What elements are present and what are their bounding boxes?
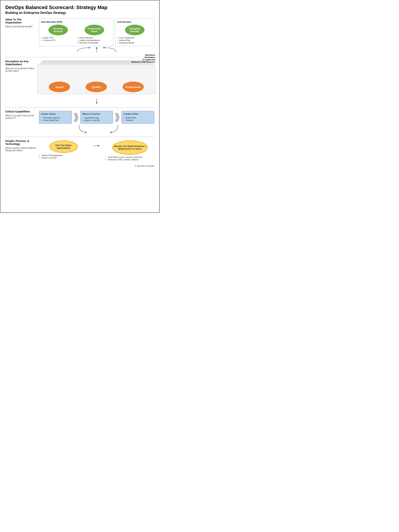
apps-list: System Of Engagement System of record: [39, 154, 88, 159]
section-ppt-label: People, Process, & Technology Where to f…: [5, 139, 39, 152]
main-title: DevOps Balanced Scorecard: Strategy Map: [5, 5, 154, 10]
divider-3: [5, 137, 154, 137]
soft-benefits-title: Soft Benefits: [117, 21, 152, 23]
cap-box-invest: Where To Invest Capabilities Gap Approx.…: [80, 111, 113, 124]
svg-marker-0: [74, 113, 79, 122]
arrow-3-to-4: [5, 124, 154, 134]
hard-benefits-box: Hard Benefits (ROI) Revenue Increase Fas…: [39, 19, 113, 46]
cap-plan-item-1: Rollout Plan: [123, 117, 152, 119]
cap-invest-title: Where To Invest: [82, 113, 111, 115]
cap-vision-list: Set Goals (metrics) Future State Flow: [41, 117, 70, 121]
intangible-col: Intangible Benefits Cust. Satisfaction R…: [117, 25, 152, 44]
chevron-1: [74, 111, 79, 124]
copyright: © Mustafa Kapadia: [5, 165, 154, 167]
intangible-item-3: Employee Morale: [117, 42, 152, 44]
section-value-label: Value To The Organization What is the fi…: [5, 18, 39, 28]
intangible-item-1: Cust. Satisfaction: [117, 37, 152, 39]
cap-invest-list: Capabilities Gap Approx. Invest $$: [82, 117, 111, 121]
apps-oval: Pick The Right Applications: [49, 140, 78, 153]
intangible-oval: Intangible Benefits: [125, 25, 145, 35]
layer-labels: Operations Developers IT Leadership Busi…: [132, 54, 155, 63]
capabilities-row: Create Vision Set Goals (metrics) Future…: [39, 111, 154, 124]
cap-plan-title: Create A Plan: [123, 113, 152, 115]
productivity-item-1: Asset Utilization: [77, 37, 112, 39]
cap-plan-item-2: Timeline: [123, 119, 152, 121]
revenue-item-1: Faster TTM: [41, 37, 75, 39]
apps-item-2: System of record: [39, 157, 88, 159]
revenue-oval: Revenue Increase: [48, 25, 68, 35]
section-stakeholders-question: Who are our customers? What do they valu…: [5, 67, 37, 72]
cap-vision-item-1: Set Goals (metrics): [41, 117, 70, 119]
intangible-list: Cust. Satisfaction Reduce Risk Employee …: [117, 37, 152, 44]
section-capabilities: Critical Capabilities What is our goal? …: [5, 110, 154, 124]
soft-benefits-box: Soft Benefits Intangible Benefits Cust. …: [115, 19, 154, 46]
ppt-arrow: [93, 140, 100, 147]
section-stakeholders-content: Operations Developers IT Leadership Busi…: [39, 60, 154, 98]
arrow-svg-2-3: [88, 98, 106, 104]
layer-label-it: IT Leadership: [142, 58, 155, 61]
hard-benefits-inner: Revenue Increase Faster TTM Customer LTV…: [41, 25, 111, 44]
ppt-col-apps: Pick The Right Applications System Of En…: [39, 140, 88, 159]
ppt-row: Pick The Right Applications System Of En…: [39, 140, 154, 161]
productivity-list: Asset Utilization Quality (cost avoidanc…: [77, 37, 112, 44]
section-stakeholders-label: Perception by Key Stakeholders Who are o…: [5, 60, 39, 72]
section-capabilities-content: Create Vision Set Goals (metrics) Future…: [39, 110, 154, 124]
apps-item-1: System Of Engagement: [39, 154, 88, 156]
section-value: Value To The Organization What is the fi…: [5, 18, 154, 46]
productivity-item-3: Resource Productivity: [77, 42, 112, 44]
cap-invest-item-1: Capabilities Gap: [82, 117, 111, 119]
section-ppt-title: People, Process, & Technology: [5, 139, 37, 146]
productivity-oval: Productivity Gains: [85, 25, 104, 35]
section-value-question: What is the financial benefit?: [5, 25, 37, 28]
stack-area: Operations Developers IT Leadership Busi…: [39, 60, 154, 98]
stakeholders-wrapper: Operations Developers IT Leadership Busi…: [39, 60, 154, 98]
section-stakeholders-title: Perception by Key Stakeholders: [5, 60, 37, 66]
section-stakeholders: Perception by Key Stakeholders Who are o…: [5, 60, 154, 98]
section-value-title: Value To The Organization: [5, 18, 37, 24]
section-capabilities-question: What is our goal? How can we achieve it?: [5, 114, 37, 119]
section-capabilities-label: Critical Capabilities What is our goal? …: [5, 110, 39, 119]
layer-label-operations: Operations: [145, 54, 155, 56]
cap-box-plan: Create A Plan Rollout Plan Timeline: [121, 111, 154, 124]
hard-benefits-title: Hard Benefits (ROI): [41, 21, 111, 23]
cap-plan-list: Rollout Plan Timeline: [123, 117, 152, 121]
section-capabilities-title: Critical Capabilities: [5, 110, 37, 113]
arrow-2-to-3: [5, 98, 154, 105]
intangible-item-2: Reduce Risk: [117, 39, 152, 41]
revenue-col: Revenue Increase Faster TTM Customer LTV: [41, 25, 75, 44]
divider-2: [5, 107, 154, 108]
benefits-container: Hard Benefits (ROI) Revenue Increase Fas…: [39, 19, 154, 46]
section-ppt: People, Process, & Technology Where to f…: [5, 139, 154, 161]
problems-item-1: Lean Metrics (cycle, process, lead time): [106, 156, 154, 158]
svg-marker-1: [115, 113, 120, 122]
revenue-list: Faster TTM Customer LTV: [41, 37, 75, 42]
ppt-col-problems: Identify The Right Problems / Bottleneck…: [106, 140, 154, 161]
cap-vision-item-2: Future State Flow: [41, 119, 70, 121]
arrow-1-to-2: [5, 47, 154, 55]
sub-title: Building an Enterprise DevOps Strategy: [5, 11, 154, 15]
orange-ovals-row: Speed Quality Productivity: [38, 82, 155, 92]
cap-vision-title: Create Vision: [41, 113, 70, 115]
cap-box-vision: Create Vision Set Goals (metrics) Future…: [39, 111, 72, 124]
layer-label-developers: Developers: [145, 56, 155, 58]
problems-oval: Identify The Right Problems / Bottleneck…: [112, 140, 148, 155]
productivity-oval: Productivity: [122, 82, 144, 92]
arrow-svg-3-4: [61, 124, 132, 133]
quality-oval: Quality: [86, 82, 107, 92]
section-ppt-question: Where to focus? What Problems Should We …: [5, 147, 37, 152]
layer-label-business: Business / End Customer: [132, 61, 155, 63]
arrow-svg-1-2: [66, 47, 127, 54]
speed-oval: Speed: [49, 82, 70, 92]
chevron-2: [115, 111, 120, 124]
productivity-col: Productivity Gains Asset Utilization Qua…: [77, 25, 112, 44]
problems-item-2: Resources (FTEs, assets, artifacts): [106, 158, 154, 161]
problems-list: Lean Metrics (cycle, process, lead time)…: [106, 156, 154, 161]
section-value-content: Hard Benefits (ROI) Revenue Increase Fas…: [39, 18, 154, 46]
section-ppt-content: Pick The Right Applications System Of En…: [39, 139, 154, 161]
productivity-item-2: Quality (cost avoidance): [77, 39, 112, 41]
revenue-item-2: Customer LTV: [41, 39, 75, 41]
cap-invest-item-2: Approx. Invest $$: [82, 119, 111, 121]
layer-front: Operations Developers IT Leadership Busi…: [37, 65, 155, 94]
